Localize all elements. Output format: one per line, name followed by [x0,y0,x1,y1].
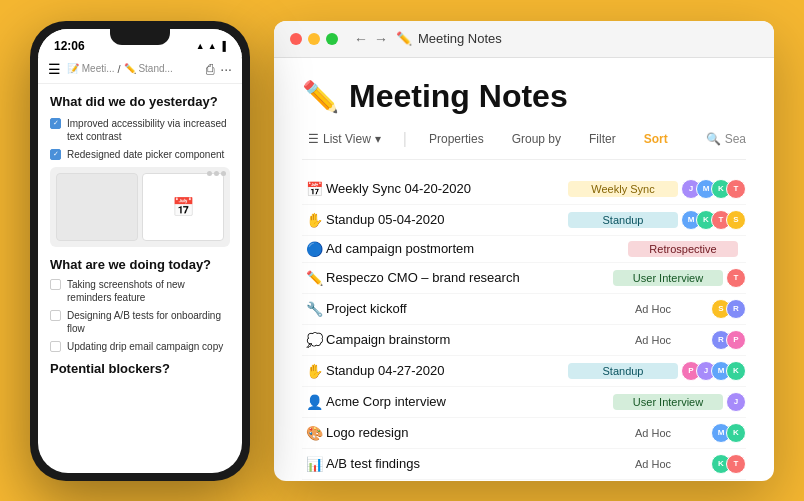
wifi-icon: ▲ [208,41,217,51]
meeting-tag: Retrospective [628,241,738,257]
meeting-icon: 👤 [302,394,326,410]
phone-crumb-sep: / [118,63,121,75]
phone-device: 12:06 ▲ ▲ ▐ ☰ 📝 Meeti... / ✏️ Stand... ⎙… [30,21,250,481]
meeting-row[interactable]: 💭Campaign brainstormAd HocRP [302,325,746,356]
properties-button[interactable]: Properties [423,129,490,149]
phone-checkbox-label-1: Improved accessibility via increased tex… [67,117,230,143]
phone-checkbox-label-2: Redesigned date picker component [67,148,224,161]
meeting-name: Logo redesign [326,425,598,440]
list-view-button[interactable]: ☰ List View ▾ [302,129,387,149]
meeting-icon: 💭 [302,332,326,348]
meeting-row[interactable]: 📅Weekly Sync 04-20-2020Weekly SyncJMKT [302,174,746,205]
search-text: Sea [725,132,746,146]
meeting-icon: 🔵 [302,241,326,257]
scene: 12:06 ▲ ▲ ▐ ☰ 📝 Meeti... / ✏️ Stand... ⎙… [0,0,804,501]
list-view-label: List View [323,132,371,146]
toolbar-separator-1: | [403,130,407,148]
phone-screen: 12:06 ▲ ▲ ▐ ☰ 📝 Meeti... / ✏️ Stand... ⎙… [38,29,242,473]
search-icon: 🔍 [706,132,721,146]
meeting-name: Standup 05-04-2020 [326,212,568,227]
phone-checkbox-label-4: Designing A/B tests for onboarding flow [67,309,230,335]
window-back-arrow[interactable]: ← [354,31,368,47]
meeting-row[interactable]: 🔧Project kickoffAd HocSR [302,294,746,325]
meeting-row[interactable]: 🎨Logo redesignAd HocMK [302,418,746,449]
meeting-row[interactable]: 🔵Ad campaign postmortemRetrospective [302,236,746,263]
phone-breadcrumbs: 📝 Meeti... / ✏️ Stand... [67,63,173,75]
meeting-tag: Standup [568,363,678,379]
avatar: P [726,330,746,350]
meeting-name: Standup 04-27-2020 [326,363,568,378]
meeting-name: Project kickoff [326,301,598,316]
window-title-area: ✏️ Meeting Notes [396,31,502,46]
meeting-tag: Ad Hoc [598,456,708,472]
phone-more-icon[interactable]: ··· [220,61,232,77]
filter-label: Filter [589,132,616,146]
phone-checklist-item-3: Taking screenshots of new reminders feat… [50,278,230,304]
page-title-text: Meeting Notes [349,78,568,115]
window-controls [290,33,338,45]
meeting-tag: User Interview [613,270,723,286]
meeting-avatars: RP [716,330,746,350]
phone-checkbox-3[interactable] [50,279,61,290]
sort-button[interactable]: Sort [638,129,674,149]
avatar: T [726,268,746,288]
window-forward-arrow[interactable]: → [374,31,388,47]
group-by-label: Group by [512,132,561,146]
meeting-avatars: JMKT [686,179,746,199]
filter-button[interactable]: Filter [583,129,622,149]
phone-crumb-1[interactable]: 📝 Meeti... [67,63,115,74]
avatar: K [726,423,746,443]
window-close-button[interactable] [290,33,302,45]
meeting-row[interactable]: ✏️Respeczo CMO – brand researchUser Inte… [302,263,746,294]
window-titlebar: ← → ✏️ Meeting Notes [274,21,774,58]
phone-section3-title: Potential blockers? [50,361,230,376]
window-title-text: Meeting Notes [418,31,502,46]
phone-checklist-item-1: Improved accessibility via increased tex… [50,117,230,143]
meeting-tag: Ad Hoc [598,301,708,317]
phone-checkbox-5[interactable] [50,341,61,352]
phone-share-icon[interactable]: ⎙ [206,61,214,77]
meeting-tag: Weekly Sync [568,181,678,197]
meeting-avatars: T [731,268,746,288]
window-minimize-button[interactable] [308,33,320,45]
meeting-avatars: J [731,392,746,412]
meeting-row[interactable]: ✋Standup 04-27-2020StandupPJMK [302,356,746,387]
window-maximize-button[interactable] [326,33,338,45]
group-by-button[interactable]: Group by [506,129,567,149]
phone-cal-box-1 [56,173,138,241]
meeting-icon: ✏️ [302,270,326,286]
phone-menu-icon[interactable]: ☰ [48,61,61,77]
search-area[interactable]: 🔍 Sea [706,132,746,146]
meeting-row[interactable]: ✋Standup 05-11-2020StandupTS [302,480,746,481]
phone-checkbox-label-3: Taking screenshots of new reminders feat… [67,278,230,304]
meeting-icon: 📊 [302,456,326,472]
meeting-icon: 🔧 [302,301,326,317]
phone-cal-box-2: 📅 [142,173,224,241]
meeting-avatars: KT [716,454,746,474]
signal-icon: ▲ [196,41,205,51]
phone-calendar-images: 📅 [50,167,230,247]
meeting-name: Weekly Sync 04-20-2020 [326,181,568,196]
phone-checkbox-4[interactable] [50,310,61,321]
meeting-row[interactable]: 👤Acme Corp interviewUser InterviewJ [302,387,746,418]
phone-calendar-screenshot: 📅 [50,167,230,247]
phone-crumb-2[interactable]: ✏️ Stand... [124,63,173,74]
meeting-icon: 🎨 [302,425,326,441]
meeting-tag: Ad Hoc [598,332,708,348]
meeting-name: Acme Corp interview [326,394,613,409]
meeting-row[interactable]: ✋Standup 05-04-2020StandupMKTS [302,205,746,236]
meeting-row[interactable]: 📊A/B test findingsAd HocKT [302,449,746,480]
meeting-icon: ✋ [302,363,326,379]
page-title: ✏️ Meeting Notes [302,78,746,115]
page-title-emoji: ✏️ [302,79,339,114]
properties-label: Properties [429,132,484,146]
avatar: S [726,210,746,230]
meeting-icon: 📅 [302,181,326,197]
phone-checklist-item-4: Designing A/B tests for onboarding flow [50,309,230,335]
avatar: T [726,454,746,474]
avatar: J [726,392,746,412]
meeting-name: Respeczo CMO – brand research [326,270,613,285]
meeting-avatars: PJMK [686,361,746,381]
phone-checkbox-1[interactable] [50,118,61,129]
phone-checkbox-2[interactable] [50,149,61,160]
